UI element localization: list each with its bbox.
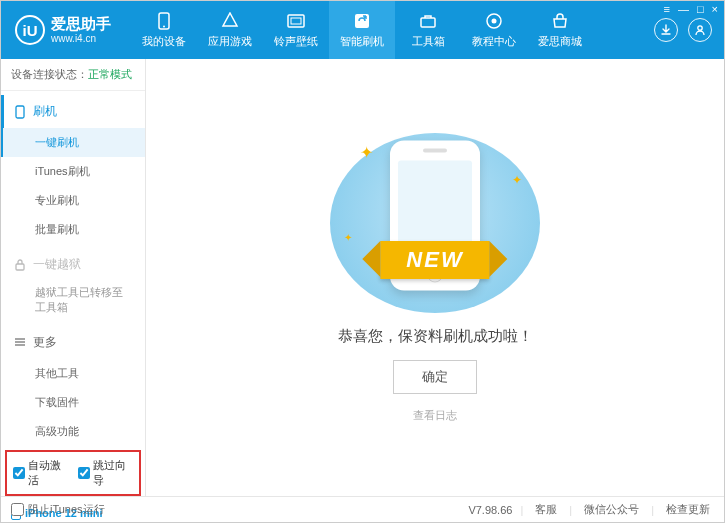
apps-icon [221,12,239,30]
status-value: 正常模式 [88,68,132,80]
section-head-jailbreak[interactable]: 一键越狱 [1,248,145,281]
footer-service-link[interactable]: 客服 [531,502,561,517]
sparkle-icon: ✦ [360,143,373,162]
nav-apps-games[interactable]: 应用游戏 [197,1,263,59]
maximize-button[interactable]: □ [697,3,704,15]
success-illustration: ✦ ✦ ✦ NEW [330,133,540,313]
sparkle-icon: ✦ [344,232,352,243]
user-icon [694,24,706,36]
wallpaper-icon [287,12,305,30]
phone-icon [13,105,27,119]
svg-point-1 [163,25,165,27]
sidebar-item-download-firmware[interactable]: 下载固件 [1,388,145,417]
brand: iU 爱思助手 www.i4.cn [1,1,125,59]
svg-point-7 [492,18,497,23]
checkbox-input[interactable] [11,503,24,516]
svg-rect-2 [288,15,304,27]
brand-title: 爱思助手 [51,15,111,33]
brand-subtitle: www.i4.cn [51,33,111,45]
nav-my-device[interactable]: 我的设备 [131,1,197,59]
checkbox-block-itunes[interactable]: 阻止iTunes运行 [11,502,105,517]
lock-icon [13,258,27,272]
nav-label: 教程中心 [472,34,516,49]
checkbox-label: 跳过向导 [93,458,133,488]
connection-status: 设备连接状态：正常模式 [1,59,145,91]
footer-update-link[interactable]: 检查更新 [662,502,714,517]
version-text: V7.98.66 [468,504,512,516]
store-icon [551,12,569,30]
flash-icon [353,12,371,30]
nav-label: 我的设备 [142,34,186,49]
checkbox-label: 自动激活 [28,458,68,488]
svg-rect-5 [421,18,435,27]
download-icon [660,24,672,36]
svg-rect-9 [16,106,24,118]
nav-toolbox[interactable]: 工具箱 [395,1,461,59]
success-message: 恭喜您，保资料刷机成功啦！ [338,327,533,346]
body: 设备连接状态：正常模式 刷机 一键刷机 iTunes刷机 专业刷机 批量刷机 一… [1,59,724,496]
settings-icon[interactable]: ≡ [663,3,669,15]
section-title: 刷机 [33,103,57,120]
svg-rect-4 [355,14,369,28]
download-button[interactable] [654,18,678,42]
sidebar-item-batch-flash[interactable]: 批量刷机 [1,215,145,244]
nav-label: 爱思商城 [538,34,582,49]
svg-rect-10 [16,264,24,270]
section-jailbreak: 一键越狱 越狱工具已转移至工具箱 [1,244,145,322]
section-flash: 刷机 一键刷机 iTunes刷机 专业刷机 批量刷机 [1,91,145,244]
sparkle-icon: ✦ [512,173,522,187]
section-head-more[interactable]: 更多 [1,326,145,359]
checkbox-label: 阻止iTunes运行 [28,502,105,517]
nav-label: 铃声壁纸 [274,34,318,49]
brand-logo-icon: iU [15,15,45,45]
checkbox-skip-guide[interactable]: 跳过向导 [78,458,133,488]
footer: 阻止iTunes运行 V7.98.66 | 客服 | 微信公众号 | 检查更新 [1,496,724,522]
minimize-button[interactable]: — [678,3,689,15]
menu-icon [13,335,27,349]
window-controls: ≡ — □ × [663,3,718,15]
sidebar-item-advanced[interactable]: 高级功能 [1,417,145,446]
option-checkboxes: 自动激活 跳过向导 [5,450,141,496]
nav-label: 智能刷机 [340,34,384,49]
nav-label: 工具箱 [412,34,445,49]
svg-rect-3 [291,18,301,24]
section-title: 更多 [33,334,57,351]
sidebar-item-oneclick-flash[interactable]: 一键刷机 [1,128,145,157]
checkbox-input[interactable] [78,467,90,479]
status-label: 设备连接状态： [11,68,88,80]
checkbox-input[interactable] [13,467,25,479]
toolbox-icon [419,12,437,30]
checkbox-auto-activate[interactable]: 自动激活 [13,458,68,488]
svg-point-8 [698,26,702,30]
nav-ringtones[interactable]: 铃声壁纸 [263,1,329,59]
section-more: 更多 其他工具 下载固件 高级功能 [1,322,145,446]
close-button[interactable]: × [712,3,718,15]
sidebar-item-itunes-flash[interactable]: iTunes刷机 [1,157,145,186]
tutorial-icon [485,12,503,30]
sidebar: 设备连接状态：正常模式 刷机 一键刷机 iTunes刷机 专业刷机 批量刷机 一… [1,59,146,496]
new-ribbon: NEW [380,241,489,279]
header: ≡ — □ × iU 爱思助手 www.i4.cn 我的设备 应用游戏 铃声壁纸 [1,1,724,59]
device-icon [155,12,173,30]
account-button[interactable] [688,18,712,42]
nav-store[interactable]: 爱思商城 [527,1,593,59]
footer-wechat-link[interactable]: 微信公众号 [580,502,643,517]
jailbreak-note: 越狱工具已转移至工具箱 [1,281,145,322]
app-window: ≡ — □ × iU 爱思助手 www.i4.cn 我的设备 应用游戏 铃声壁纸 [0,0,725,523]
main-content: ✦ ✦ ✦ NEW 恭喜您，保资料刷机成功啦！ 确定 查看日志 [146,59,724,496]
section-head-flash[interactable]: 刷机 [1,95,145,128]
sidebar-item-other-tools[interactable]: 其他工具 [1,359,145,388]
nav-smart-flash[interactable]: 智能刷机 [329,1,395,59]
confirm-button[interactable]: 确定 [393,360,477,394]
nav-label: 应用游戏 [208,34,252,49]
sidebar-item-pro-flash[interactable]: 专业刷机 [1,186,145,215]
section-title: 一键越狱 [33,256,81,273]
view-log-link[interactable]: 查看日志 [413,408,457,423]
top-nav: 我的设备 应用游戏 铃声壁纸 智能刷机 工具箱 教程中心 [131,1,654,59]
nav-tutorials[interactable]: 教程中心 [461,1,527,59]
